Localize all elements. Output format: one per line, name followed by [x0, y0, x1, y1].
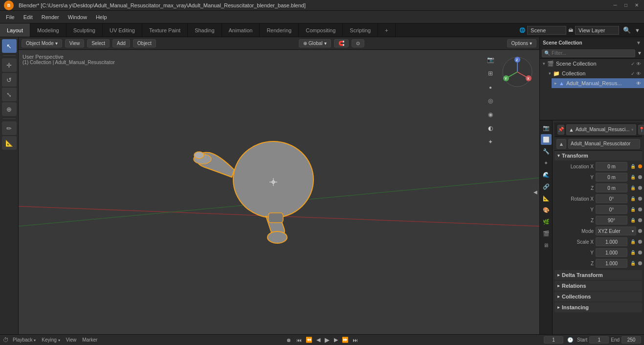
outliner-scene-collection[interactable]: ▾ 🎬 Scene Collection ✓ 👁 [540, 59, 644, 69]
obj-data-name[interactable]: Adult_Manual_Resuscitator [568, 139, 640, 149]
props-object-icon[interactable]: ⬜ [541, 134, 552, 145]
obj-eye-icon[interactable]: 👁 [636, 81, 641, 86]
view-menu[interactable]: View [65, 39, 85, 47]
tab-shading[interactable]: Shading [188, 23, 222, 37]
keying-menu[interactable]: Keying ▾ [40, 337, 62, 343]
rotation-y-lock[interactable]: 🔒 [629, 206, 636, 213]
options-btn[interactable]: Options ▾ [507, 39, 536, 47]
playback-menu[interactable]: Playback ▾ [11, 337, 38, 343]
mode-selector[interactable]: Object Mode ▾ [22, 39, 62, 47]
delta-transform-header[interactable]: ▸ Delta Transform [555, 270, 642, 280]
step-back-btn[interactable]: ⏪ [305, 337, 313, 343]
tool-transform[interactable]: ⊕ [2, 102, 17, 116]
jump-end-btn[interactable]: ⏭ [352, 337, 359, 343]
view-layer-input[interactable] [575, 26, 619, 35]
rotation-x-field[interactable]: 0° [596, 194, 627, 203]
tab-modeling[interactable]: Modeling [30, 23, 67, 37]
props-constraints-icon[interactable]: 🔗 [541, 181, 552, 192]
add-menu[interactable]: Add [112, 39, 130, 47]
render-mode-5[interactable]: ✦ [485, 136, 496, 148]
render-mode-2[interactable]: ◎ [485, 95, 496, 107]
step-fwd-btn[interactable]: ⏩ [341, 337, 350, 343]
location-x-field[interactable]: 0 m [596, 162, 627, 171]
pin-to-prop-btn[interactable]: 📍 [638, 125, 644, 135]
tool-annotate[interactable]: ✏ [2, 121, 17, 135]
tab-add[interactable]: + [378, 23, 395, 37]
minimize-button[interactable]: ─ [612, 2, 619, 9]
check-icon[interactable]: ✓ [631, 71, 635, 76]
viewport-canvas[interactable]: User Perspective (1) Collection | Adult_… [19, 50, 539, 334]
scale-z-lock[interactable]: 🔒 [629, 260, 636, 267]
menu-render[interactable]: Render [38, 13, 63, 21]
scale-y-lock[interactable]: 🔒 [629, 249, 636, 256]
start-frame-input[interactable] [589, 336, 609, 344]
location-y-field[interactable]: 0 m [596, 173, 627, 182]
tool-rotate[interactable]: ↺ [2, 73, 17, 87]
end-frame-input[interactable] [622, 336, 641, 344]
outliner-collection[interactable]: ▾ 📁 Collection ✓ 👁 [546, 69, 644, 78]
marker-menu[interactable]: Marker [80, 337, 99, 343]
render-mode-1[interactable]: ● [485, 81, 496, 93]
camera-view-btn[interactable]: 📷 [485, 54, 496, 66]
menu-edit[interactable]: Edit [20, 13, 37, 21]
tab-texture-paint[interactable]: Texture Paint [142, 23, 188, 37]
menu-file[interactable]: File [2, 13, 19, 21]
scale-y-field[interactable]: 1.000 [596, 248, 627, 257]
view-menu-tl[interactable]: View [64, 337, 79, 343]
active-object-selector[interactable]: ▲ Adult_Manual_Resusci... ▾ [566, 124, 636, 135]
transform-selector[interactable]: ⊕ Global ▾ [299, 39, 331, 47]
transform-section-header[interactable]: ▾ Transform [555, 151, 642, 161]
maximize-button[interactable]: □ [622, 2, 629, 9]
rotation-z-lock[interactable]: 🔒 [629, 217, 636, 224]
tool-select[interactable]: ↖ [2, 39, 17, 53]
tool-measure[interactable]: 📐 [2, 136, 17, 150]
instancing-header[interactable]: ▸ Instancing [555, 302, 642, 312]
search-input[interactable] [552, 50, 633, 56]
search-box[interactable]: 🔍 [542, 49, 635, 57]
rotation-z-field[interactable]: 90° [596, 216, 627, 225]
props-modifier-icon[interactable]: 🔧 [541, 146, 552, 157]
snapping-btn[interactable]: 🧲 [334, 39, 349, 47]
rotation-x-lock[interactable]: 🔒 [629, 195, 636, 202]
location-z-lock[interactable]: 🔒 [629, 184, 636, 191]
location-y-lock[interactable]: 🔒 [629, 174, 636, 181]
next-key-btn[interactable]: ▶ [333, 337, 339, 343]
tab-rendering[interactable]: Rendering [260, 23, 299, 37]
search-icon[interactable]: 🔍 [621, 26, 633, 34]
props-material-icon[interactable]: 🎨 [541, 205, 552, 215]
scale-z-field[interactable]: 1.000 [596, 259, 627, 268]
close-button[interactable]: ✕ [633, 2, 640, 9]
proportional-btn[interactable]: ⊙ [352, 39, 364, 47]
visibility-icon[interactable]: ✓ [631, 61, 635, 67]
select-menu[interactable]: Select [87, 39, 110, 47]
tool-move[interactable]: ✛ [2, 58, 17, 72]
tool-scale[interactable]: ⤡ [2, 88, 17, 101]
prev-key-btn[interactable]: ◀ [315, 337, 321, 343]
nav-gizmo[interactable]: Z X Y [500, 55, 534, 89]
rotation-mode-field[interactable]: XYZ Euler ▾ [596, 227, 636, 235]
tab-sculpting[interactable]: Sculpting [67, 23, 103, 37]
titlebar-controls[interactable]: ─ □ ✕ [612, 2, 640, 9]
menu-help[interactable]: Help [92, 13, 111, 21]
render-mode-3[interactable]: ◉ [485, 109, 496, 120]
props-render-icon[interactable]: 📷 [541, 122, 552, 133]
menu-window[interactable]: Window [64, 13, 91, 21]
props-particles-icon[interactable]: ✦ [541, 158, 552, 168]
object-menu[interactable]: Object [133, 39, 156, 47]
scale-x-field[interactable]: 1.000 [596, 237, 627, 246]
eye-icon[interactable]: 👁 [636, 61, 641, 67]
scale-x-lock[interactable]: 🔒 [629, 238, 636, 245]
tab-uv-editing[interactable]: UV Editing [103, 23, 142, 37]
panel-collapse-btn[interactable]: ◀ [532, 185, 539, 200]
props-scene-icon[interactable]: 🎬 [541, 228, 552, 239]
location-z-field[interactable]: 0 m [596, 184, 627, 192]
pin-button[interactable]: 📌 [557, 125, 564, 135]
props-physics-icon[interactable]: 🌊 [541, 169, 552, 180]
filter-icon[interactable]: ▼ [635, 27, 640, 33]
relations-header[interactable]: ▸ Relations [555, 281, 642, 291]
scene-input[interactable] [527, 26, 566, 35]
props-output-icon[interactable]: 🖥 [541, 240, 552, 251]
record-btn[interactable]: ⏺ [284, 337, 293, 343]
eye2-icon[interactable]: 👁 [636, 71, 641, 76]
rotation-y-field[interactable]: 0° [596, 205, 627, 214]
